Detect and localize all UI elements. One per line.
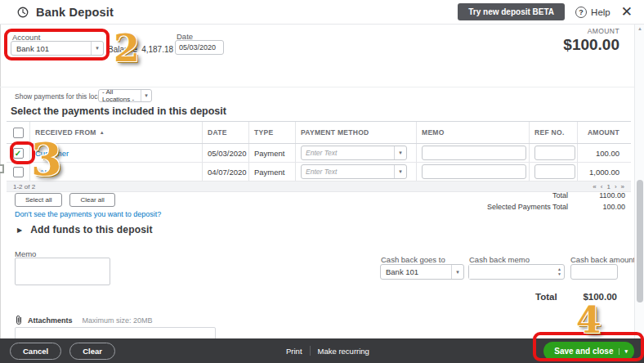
row1-date: 05/03/2020 (203, 144, 249, 162)
row2-type: Payment (249, 163, 296, 181)
cashback-goes-to-select[interactable]: Bank 101 ▾ (380, 264, 464, 280)
column-date: DATE (203, 122, 249, 143)
location-value: - All Locations - (99, 88, 141, 103)
cashback-goes-to-label: Cash back goes to (381, 255, 445, 264)
row1-type: Payment (249, 144, 296, 162)
account-value: Bank 101 (11, 44, 49, 53)
cashback-goes-to-value: Bank 101 (381, 267, 418, 276)
row1-ref-input[interactable] (534, 146, 575, 160)
cashback-memo-field: ▲ ▼ (468, 264, 565, 280)
location-select[interactable]: - All Locations - ▾ (98, 89, 152, 102)
page-title: Bank Deposit (36, 6, 114, 19)
collapsed-arrow-icon: ▶ (17, 226, 22, 234)
row2-ref-input[interactable] (534, 164, 575, 179)
footer-bar: Cancel Clear Print Make recurring Save a… (0, 338, 644, 363)
chevron-down-icon: ▾ (91, 42, 103, 55)
recent-transactions-clock-icon[interactable] (16, 6, 29, 19)
attachments-max-size: Maximum size: 20MB (83, 316, 153, 325)
spinner-down-icon[interactable]: ▼ (557, 272, 561, 276)
column-ref-no: REF NO. (530, 122, 578, 143)
sort-asc-icon: ▲ (100, 130, 105, 135)
pagination-last-icon[interactable]: » (621, 183, 624, 190)
balance-value: 4,187.18 (141, 45, 173, 54)
deposit-amount-block: AMOUNT $100.00 (563, 27, 619, 54)
chevron-down-icon: ▾ (394, 165, 406, 178)
section-divider (0, 87, 634, 87)
table-row: LALA 04/07/2020 Payment Enter Text ▾ 1,0… (7, 163, 631, 182)
add-funds-toggle[interactable]: ▶ Add funds to this deposit (17, 224, 153, 235)
step-2-annotation: 2 (114, 29, 140, 67)
pagination-prev-icon[interactable]: ‹ (601, 183, 603, 190)
total-value: 1100.00 (568, 191, 625, 199)
add-funds-label: Add funds to this deposit (30, 224, 153, 235)
column-memo: MEMO (417, 122, 530, 143)
row1-memo-input[interactable] (422, 146, 526, 160)
make-recurring-button[interactable]: Make recurring (318, 347, 369, 356)
clear-all-button[interactable]: Clear all (69, 193, 114, 207)
column-amount: AMOUNT (578, 122, 631, 143)
attachments-label[interactable]: Attachments (28, 316, 73, 325)
pagination-page-1[interactable]: 1 (606, 183, 610, 190)
row1-payment-method-select[interactable]: Enter Text ▾ (301, 146, 407, 160)
column-payment-method: PAYMENT METHOD (296, 122, 417, 143)
cashback-memo-input[interactable] (469, 265, 555, 279)
total-label: Total (413, 191, 568, 199)
table-header-row: RECEIVED FROM ▲ DATE TYPE PAYMENT METHOD… (7, 121, 631, 144)
row1-amount: 100.00 (578, 144, 631, 162)
pagination-first-icon[interactable]: « (593, 183, 596, 190)
help-question-icon: ? (575, 7, 587, 18)
row1-checkbox[interactable]: ✓ (13, 148, 24, 159)
help-button[interactable]: ? Help (575, 7, 610, 18)
paperclip-icon (15, 315, 23, 325)
cashback-amount-label: Cash back amount (570, 255, 635, 264)
step-4-annotation: 4 (576, 302, 602, 338)
select-all-button[interactable]: Select all (15, 193, 62, 207)
row2-checkbox[interactable] (13, 167, 24, 177)
close-icon[interactable]: ✕ (621, 3, 633, 20)
cashback-amount-input[interactable] (570, 264, 618, 280)
chevron-down-icon: ▾ (141, 90, 151, 101)
window-header: Bank Deposit Try new deposit BETA ? Help… (0, 0, 644, 25)
payments-totals: Total 1100.00 Selected Payments Total 10… (413, 191, 625, 214)
select-all-checkbox[interactable] (13, 128, 24, 138)
date-input[interactable] (175, 40, 224, 55)
try-new-deposit-button[interactable]: Try new deposit BETA (458, 3, 565, 20)
missing-payments-link[interactable]: Don't see the payments you want to depos… (15, 210, 161, 218)
memo-textarea[interactable] (15, 258, 110, 285)
account-select[interactable]: Bank 101 ▾ (11, 41, 104, 56)
bank-deposit-window: Bank Deposit Try new deposit BETA ? Help… (0, 0, 644, 363)
amount-label: AMOUNT (563, 27, 619, 35)
column-type: TYPE (249, 122, 296, 143)
amount-value: $100.00 (563, 36, 619, 54)
selected-total-value: 100.00 (568, 203, 625, 211)
clear-button[interactable]: Clear (69, 343, 115, 360)
selected-total-label: Selected Payments Total (413, 203, 568, 211)
chevron-down-icon[interactable]: ▾ (619, 348, 628, 355)
chevron-down-icon: ▾ (394, 146, 406, 159)
edge-artifact (0, 164, 4, 173)
scroll-up-icon[interactable]: ▲ (635, 26, 644, 31)
row2-memo-input[interactable] (422, 164, 526, 179)
help-label: Help (591, 7, 610, 17)
row2-amount: 1,000.00 (578, 163, 631, 181)
pagination-next-icon[interactable]: › (615, 183, 617, 190)
payments-heading: Select the payments included in this dep… (11, 105, 226, 117)
scroll-down-icon[interactable]: ▼ (635, 332, 644, 337)
cancel-button[interactable]: Cancel (10, 343, 61, 360)
footer-divider (310, 346, 311, 356)
table-row: ✓ Customer 05/03/2020 Payment Enter Text… (7, 144, 631, 163)
vertical-scrollbar[interactable]: ▲ ▼ (634, 25, 644, 338)
chevron-down-icon: ▾ (451, 265, 463, 279)
step-3-annotation: 3 (31, 137, 62, 182)
grand-total-label: Total (535, 292, 557, 302)
cashback-memo-label: Cash back memo (469, 255, 530, 264)
scrollbar-thumb[interactable] (637, 180, 643, 302)
save-and-close-button[interactable]: Save and close ▾ (543, 342, 634, 361)
row2-date: 04/07/2020 (203, 163, 249, 181)
row2-payment-method-select[interactable]: Enter Text ▾ (301, 164, 407, 179)
print-button[interactable]: Print (286, 347, 302, 356)
payments-table: RECEIVED FROM ▲ DATE TYPE PAYMENT METHOD… (7, 121, 631, 182)
